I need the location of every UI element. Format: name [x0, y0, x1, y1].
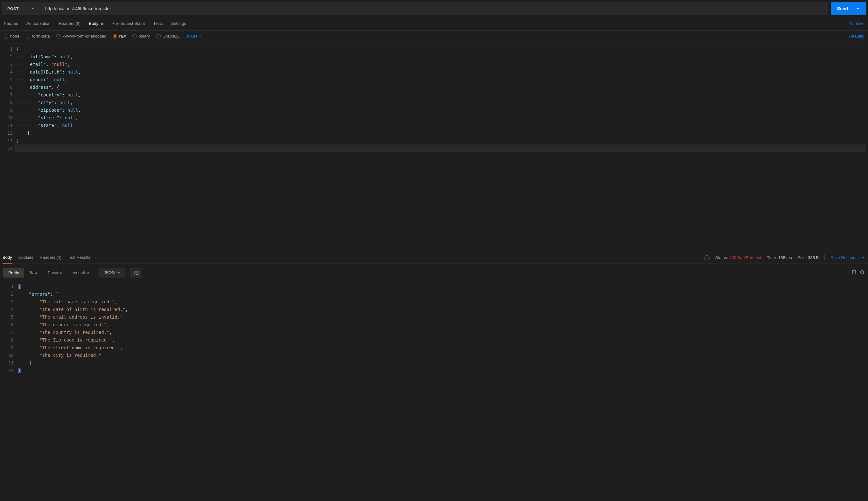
body-type-binary[interactable]: binary — [132, 34, 150, 39]
tab-pre-request-script[interactable]: Pre-request Script — [112, 17, 145, 30]
radio-icon — [113, 34, 117, 39]
request-body-editor[interactable]: 1234567891011121314 {····"fullName": nul… — [2, 44, 866, 247]
tab-params[interactable]: Params — [4, 17, 18, 30]
chevron-down-icon — [117, 271, 121, 275]
copy-icon — [851, 270, 857, 275]
response-tab-body[interactable]: Body — [2, 252, 12, 264]
response-tab-cookies[interactable]: Cookies — [19, 252, 33, 264]
body-format-select[interactable]: JSON — [186, 34, 202, 39]
svg-point-1 — [860, 270, 864, 274]
response-body-viewer[interactable]: 123456789101112 { "errors": [ "The full … — [0, 281, 868, 376]
body-type-graphql[interactable]: GraphQL — [156, 34, 180, 39]
response-format-select[interactable]: JSON — [99, 268, 125, 278]
response-status: Status: 400 Bad Request — [715, 255, 761, 260]
tab-authorization[interactable]: Authorization — [26, 17, 51, 30]
view-mode-raw[interactable]: Raw — [24, 268, 43, 278]
wrap-lines-button[interactable] — [130, 268, 142, 278]
search-icon — [860, 270, 865, 275]
send-label: Send — [837, 6, 848, 11]
tab-tests[interactable]: Tests — [153, 17, 163, 30]
http-method-value: POST — [7, 7, 19, 11]
modified-dot-icon — [101, 23, 104, 25]
radio-icon — [26, 34, 30, 39]
body-type-form-data[interactable]: form-data — [26, 34, 50, 39]
view-mode-preview[interactable]: Preview — [43, 268, 67, 278]
cookies-link[interactable]: Cookies — [849, 21, 864, 26]
response-size: Size: 386 B — [798, 255, 819, 260]
response-tab-test-results[interactable]: Test Results — [68, 252, 90, 264]
send-button[interactable]: Send — [831, 2, 866, 15]
chevron-down-icon — [31, 7, 35, 11]
body-type-urlencoded[interactable]: x-www-form-urlencoded — [56, 34, 107, 39]
http-method-select[interactable]: POST — [2, 2, 40, 15]
body-type-none[interactable]: none — [4, 34, 19, 39]
view-mode-pretty[interactable]: Pretty — [3, 268, 24, 278]
url-input[interactable] — [40, 2, 828, 15]
radio-icon — [156, 34, 161, 39]
search-response-button[interactable] — [860, 270, 865, 276]
response-time: Time: 138 ms — [767, 255, 792, 260]
response-tab-headers[interactable]: Headers (4) — [40, 252, 62, 264]
tab-body[interactable]: Body — [89, 17, 103, 30]
chevron-down-icon — [198, 34, 202, 38]
copy-response-button[interactable] — [851, 270, 857, 276]
radio-icon — [4, 34, 8, 39]
body-type-raw[interactable]: raw — [113, 34, 126, 39]
radio-icon — [56, 34, 61, 39]
save-response-button[interactable]: Save Response — [831, 255, 865, 260]
chevron-down-icon — [856, 7, 860, 11]
tab-settings[interactable]: Settings — [171, 17, 186, 30]
radio-icon — [132, 34, 137, 39]
view-mode-visualize[interactable]: Visualize — [67, 268, 94, 278]
wrap-icon — [133, 270, 139, 275]
svg-rect-0 — [853, 270, 855, 274]
globe-icon[interactable] — [704, 255, 709, 260]
beautify-button[interactable]: Beautify — [849, 34, 864, 39]
chevron-down-icon — [861, 256, 865, 260]
tab-headers[interactable]: Headers (8) — [59, 17, 81, 30]
